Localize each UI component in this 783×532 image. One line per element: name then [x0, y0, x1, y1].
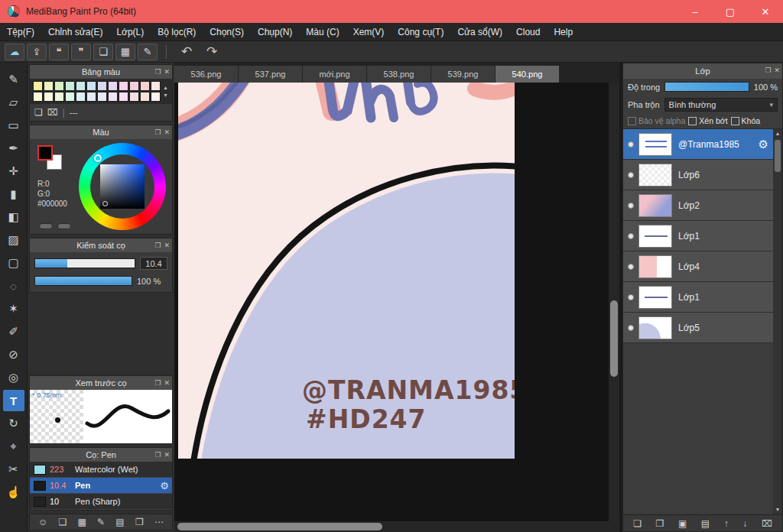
layer-visibility-toggle[interactable]	[623, 325, 638, 331]
document-grid-button[interactable]: ▦	[115, 44, 135, 60]
grid-add-icon[interactable]: ▦	[78, 517, 86, 527]
redo-button[interactable]: ↷	[200, 44, 223, 60]
tool-lasso[interactable]: ◌	[3, 275, 24, 297]
layer-row-lop1a[interactable]: Lớp1	[623, 221, 782, 251]
account-add-icon[interactable]: ☺	[38, 517, 47, 527]
menu-tools[interactable]: Công cụ(T)	[391, 23, 450, 41]
canvas-artwork[interactable]: @TRANMA1985 #HD247	[178, 83, 515, 459]
palette-swatch[interactable]	[33, 81, 43, 91]
tab-537[interactable]: 537.png	[239, 66, 303, 83]
delete-swatch-icon[interactable]: ⌧	[47, 107, 58, 118]
tool-gradient[interactable]: ▨	[3, 229, 24, 251]
layer-row-lop5[interactable]: Lớp5	[623, 313, 782, 343]
menu-color[interactable]: Màu (C)	[299, 23, 346, 41]
spin-up-icon[interactable]: ▲	[163, 85, 168, 90]
palette-swatch[interactable]	[97, 81, 107, 91]
move-layer-down-icon[interactable]: ↓	[742, 518, 747, 529]
tool-select-rect[interactable]: ▢	[3, 252, 24, 274]
brush-size-value[interactable]: 10.4	[140, 257, 167, 270]
menu-layer[interactable]: Lớp(L)	[109, 23, 151, 41]
menu-file[interactable]: Tệp(F)	[0, 23, 41, 41]
new-swatch-icon[interactable]: ❏	[34, 107, 43, 118]
foreground-color-swatch[interactable]	[37, 145, 53, 161]
more-icon[interactable]: ⋯	[154, 517, 164, 527]
tool-eraser[interactable]: ▱	[3, 92, 24, 113]
tab-538[interactable]: 538.png	[367, 66, 431, 83]
palette-swatch[interactable]	[33, 92, 43, 102]
palette-swatch[interactable]	[108, 92, 118, 102]
layer-row-lop6[interactable]: Lớp6	[623, 160, 782, 190]
menu-help[interactable]: Help	[547, 23, 580, 41]
palette-swatch[interactable]	[86, 92, 96, 102]
close-icon[interactable]: ✕	[164, 242, 170, 249]
horizontal-scrollbar[interactable]	[174, 521, 609, 532]
saturation-value-square[interactable]	[100, 164, 145, 209]
layer-visibility-toggle[interactable]	[623, 203, 638, 209]
clipping-checkbox[interactable]: Xén bớt	[688, 116, 727, 125]
menu-select[interactable]: Chọn(S)	[203, 23, 251, 41]
brush-size-slider[interactable]	[34, 258, 135, 268]
popout-icon[interactable]: ❐	[765, 66, 771, 74]
tool-brush[interactable]: ✎	[3, 69, 24, 90]
document-edit-button[interactable]: ✎	[138, 44, 158, 60]
maximize-button[interactable]: ▢	[713, 0, 748, 23]
menu-cloud[interactable]: Cloud	[509, 23, 547, 41]
palette-swatch[interactable]	[140, 81, 150, 91]
tool-eyedropper[interactable]: ⌖	[3, 436, 24, 457]
tool-knife[interactable]: ✂	[3, 459, 24, 480]
popout-icon[interactable]: ❐	[154, 242, 161, 249]
close-icon[interactable]: ✕	[774, 66, 780, 74]
brush-item-watercolor[interactable]: 223 Watercolor (Wet)	[30, 462, 172, 478]
tool-marquee[interactable]: ▭	[3, 115, 24, 136]
close-icon[interactable]: ✕	[164, 68, 170, 76]
palette-swatch[interactable]	[151, 81, 161, 91]
palette-swatch[interactable]	[140, 92, 150, 102]
layer-from-canvas-icon[interactable]: ▣	[678, 518, 687, 529]
palette-swatch[interactable]	[108, 81, 118, 91]
folder-icon[interactable]: ▤	[115, 517, 124, 527]
layer-visibility-toggle[interactable]	[623, 294, 638, 300]
cloud-sync-button[interactable]: ☁	[5, 44, 24, 60]
menu-window[interactable]: Cửa sổ(W)	[450, 23, 509, 41]
popout-icon[interactable]: ❐	[154, 451, 161, 459]
popout-icon[interactable]: ❐	[154, 379, 161, 387]
tool-select-eraser[interactable]: ⊘	[3, 344, 24, 365]
palette-swatch[interactable]	[54, 81, 64, 91]
hue-ring[interactable]	[79, 143, 166, 230]
vertical-scrollbar-thumb[interactable]	[610, 300, 618, 377]
layer-visibility-toggle[interactable]	[623, 172, 638, 178]
tab-539[interactable]: 539.png	[431, 66, 495, 83]
tool-snap[interactable]: ◎	[3, 367, 24, 388]
menu-edit[interactable]: Chỉnh sửa(E)	[41, 23, 109, 41]
close-icon[interactable]: ✕	[164, 128, 170, 136]
delete-layer-icon[interactable]: ⌧	[762, 518, 772, 529]
tab-540[interactable]: 540.png	[495, 66, 560, 83]
popout-icon[interactable]: ❐	[154, 128, 161, 136]
edit-brush-icon[interactable]: ✎	[97, 517, 105, 527]
palette-swatch[interactable]	[151, 92, 161, 102]
palette-swatch[interactable]	[44, 92, 54, 102]
tool-rotate[interactable]: ↻	[3, 413, 24, 434]
brush-settings-gear-icon[interactable]: ⚙	[160, 480, 169, 491]
publish-button[interactable]: ⇪	[27, 44, 47, 60]
minimize-button[interactable]: –	[677, 0, 713, 23]
horizontal-scrollbar-thumb[interactable]	[177, 523, 382, 530]
tool-select-pen[interactable]: ✐	[3, 321, 24, 342]
layer-visibility-toggle[interactable]	[623, 264, 638, 270]
move-layer-up-icon[interactable]: ↑	[724, 518, 729, 529]
layer-row-tranma1985[interactable]: @Tranma1985 ⚙	[623, 129, 782, 160]
layers-scrollbar-thumb[interactable]	[775, 140, 781, 172]
layer-row-lop4[interactable]: Lớp4	[623, 251, 782, 282]
blend-mode-select[interactable]: Bình thường ▾	[664, 98, 778, 112]
layer-opacity-slider[interactable]	[664, 82, 749, 92]
tool-shape-fill[interactable]: ▮	[3, 183, 24, 205]
palette-swatch[interactable]	[86, 81, 96, 91]
lock-checkbox[interactable]: Khóa	[731, 116, 761, 125]
brush-item-pen[interactable]: 10.4 Pen ⚙	[30, 478, 172, 494]
tool-text[interactable]: T	[3, 390, 24, 411]
menu-snap[interactable]: Chụp(N)	[251, 23, 299, 41]
tool-hand[interactable]: ☝	[3, 482, 24, 503]
canvas-viewport[interactable]: @TRANMA1985 #HD247	[174, 83, 619, 532]
hue-marker[interactable]	[94, 154, 102, 162]
tool-magic-wand[interactable]: ✶	[3, 298, 24, 320]
